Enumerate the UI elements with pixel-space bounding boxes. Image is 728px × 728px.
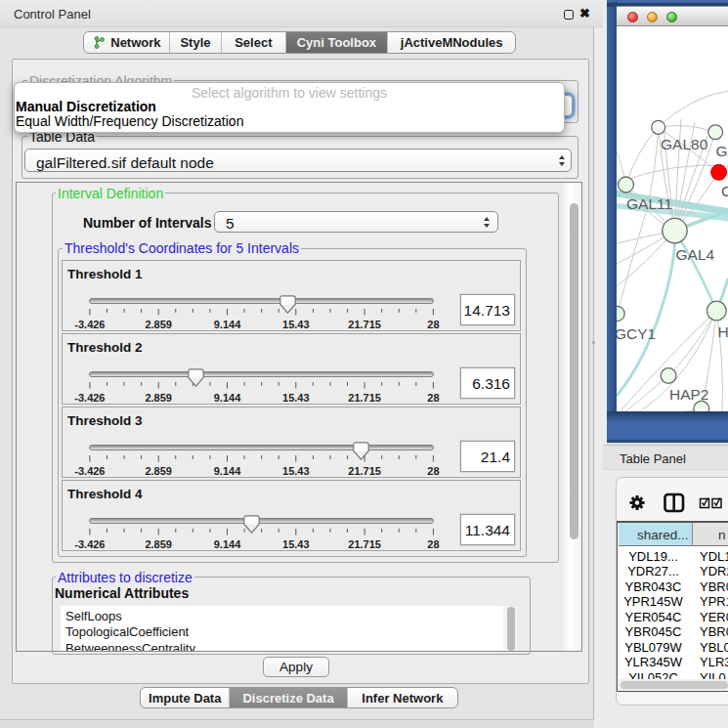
svg-text:GAL11: GAL11 [626,195,672,212]
svg-text:HAP2: HAP2 [669,386,709,403]
svg-text:GCY1: GCY1 [617,325,656,342]
svg-text:CR: CR [721,183,728,199]
svg-text:GA.: GA. [716,143,728,159]
svg-text:GAL80: GAL80 [661,136,708,152]
svg-text:H: H [718,323,728,340]
svg-text:GAL4: GAL4 [676,246,715,263]
